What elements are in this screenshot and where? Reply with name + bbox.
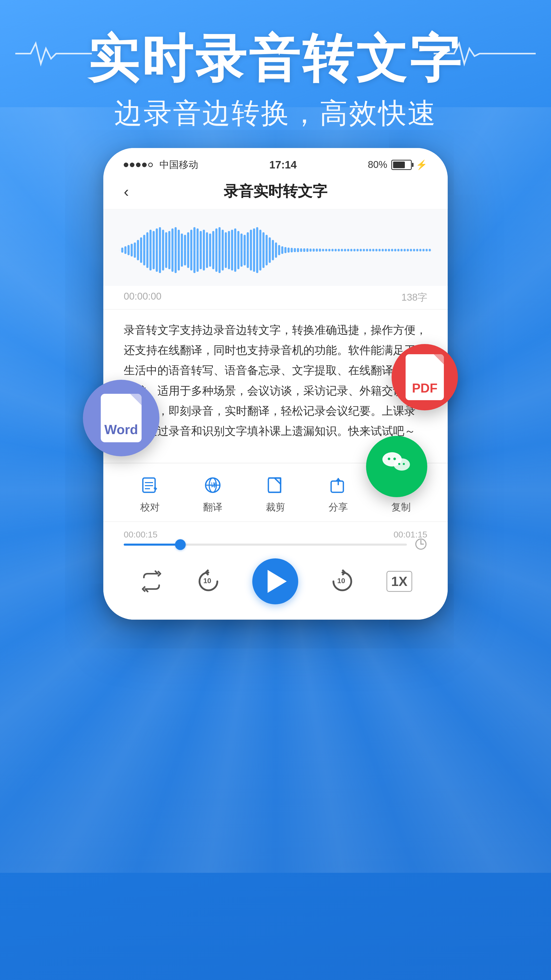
loop-icon[interactable] bbox=[414, 538, 427, 550]
progress-bar[interactable] bbox=[124, 544, 407, 546]
proofread-icon-wrapper bbox=[138, 474, 162, 496]
share-icon bbox=[329, 476, 348, 494]
word-badge-label: Word bbox=[104, 422, 138, 437]
svg-text:10: 10 bbox=[203, 577, 211, 585]
lightning-icon: ⚡ bbox=[416, 159, 427, 170]
pdf-badge-label: PDF bbox=[412, 381, 437, 396]
share-label: 分享 bbox=[329, 501, 348, 514]
speed-label: 1X bbox=[386, 571, 413, 592]
phone-mockup-container: 中国移动 17:14 80% ⚡ ‹ 录音实时转文字 bbox=[103, 148, 448, 620]
signal-dot-4 bbox=[142, 162, 147, 167]
back10-icon: 10 bbox=[194, 567, 222, 595]
nav-bar: ‹ 录音实时转文字 bbox=[103, 177, 448, 209]
proofread-label: 校对 bbox=[140, 501, 160, 514]
timestamp-display: 00:00:00 bbox=[124, 291, 162, 304]
word-count-display: 138字 bbox=[402, 291, 427, 304]
nav-title: 录音实时转文字 bbox=[144, 181, 407, 201]
forward10-icon: 10 bbox=[328, 567, 356, 595]
svg-point-122 bbox=[398, 463, 400, 465]
svg-rect-111 bbox=[331, 481, 343, 492]
word-doc-icon: Word bbox=[101, 394, 141, 442]
cut-icon bbox=[266, 476, 285, 494]
svg-text:10: 10 bbox=[337, 577, 345, 585]
status-left: 中国移动 bbox=[124, 158, 198, 171]
pdf-badge[interactable]: PDF bbox=[392, 344, 458, 410]
battery-fill bbox=[393, 162, 405, 168]
tool-cut[interactable]: 裁剪 bbox=[264, 474, 287, 514]
wechat-badge[interactable] bbox=[366, 436, 427, 497]
repeat-icon bbox=[139, 569, 164, 594]
signal-dot-3 bbox=[136, 162, 141, 167]
svg-point-123 bbox=[403, 463, 405, 465]
heartbeat-right-icon bbox=[433, 38, 536, 69]
play-btn-circle bbox=[252, 558, 298, 605]
status-time: 17:14 bbox=[269, 159, 297, 171]
translate-label: 翻译 bbox=[203, 501, 222, 514]
speed-button[interactable]: 1X bbox=[386, 571, 413, 592]
proofread-icon bbox=[141, 476, 159, 494]
tool-proofread[interactable]: 校对 bbox=[138, 474, 162, 514]
heartbeat-left-icon bbox=[15, 38, 92, 69]
cut-icon-wrapper bbox=[264, 474, 287, 496]
tool-translate[interactable]: 译 翻译 bbox=[201, 474, 224, 514]
battery-icon bbox=[391, 160, 412, 170]
share-icon-wrapper bbox=[327, 474, 350, 496]
word-badge[interactable]: Word bbox=[83, 380, 159, 456]
player-controls: 10 10 1X bbox=[103, 551, 448, 620]
header-section: 实时录音转文字 边录音边转换，高效快速 bbox=[0, 0, 551, 132]
svg-point-121 bbox=[393, 458, 396, 460]
svg-text:译: 译 bbox=[211, 482, 217, 488]
waveform-area bbox=[103, 209, 448, 286]
signal-dots bbox=[124, 162, 153, 167]
carrier-label: 中国移动 bbox=[159, 158, 198, 171]
signal-dot-1 bbox=[124, 162, 128, 167]
wechat-icon bbox=[379, 445, 414, 489]
battery-percent: 80% bbox=[368, 159, 387, 170]
forward10-button[interactable]: 10 bbox=[328, 567, 356, 595]
translate-icon-wrapper: 译 bbox=[201, 474, 224, 496]
time-count-bar: 00:00:00 138字 bbox=[103, 286, 448, 309]
translate-icon: 译 bbox=[203, 476, 222, 494]
waveform-visualization bbox=[119, 224, 432, 275]
pdf-doc-icon: PDF bbox=[406, 354, 444, 400]
svg-point-119 bbox=[394, 458, 410, 471]
back-button[interactable]: ‹ bbox=[124, 183, 144, 200]
progress-thumb[interactable] bbox=[175, 539, 186, 550]
status-bar: 中国移动 17:14 80% ⚡ bbox=[103, 148, 448, 177]
signal-dot-2 bbox=[130, 162, 135, 167]
subtitle: 边录音边转换，高效快速 bbox=[0, 94, 551, 132]
progress-fill bbox=[124, 544, 180, 546]
copy-label: 复制 bbox=[391, 501, 411, 514]
back10-button[interactable]: 10 bbox=[194, 567, 222, 595]
tool-share[interactable]: 分享 bbox=[327, 474, 350, 514]
play-button[interactable] bbox=[252, 558, 298, 605]
progress-area: 00:00:15 00:01:15 bbox=[103, 522, 448, 551]
play-triangle-icon bbox=[268, 570, 287, 593]
transcript-text: 录音转文字支持边录音边转文字，转换准确迅捷，操作方便，还支持在线翻译，同时也支持… bbox=[124, 320, 427, 441]
repeat-button[interactable] bbox=[139, 569, 164, 594]
current-time: 00:00:15 bbox=[124, 530, 157, 539]
progress-times: 00:00:15 00:01:15 bbox=[124, 530, 427, 539]
cut-label: 裁剪 bbox=[266, 501, 285, 514]
svg-point-120 bbox=[388, 458, 390, 460]
signal-dot-5 bbox=[148, 162, 153, 167]
status-right: 80% ⚡ bbox=[368, 159, 427, 170]
